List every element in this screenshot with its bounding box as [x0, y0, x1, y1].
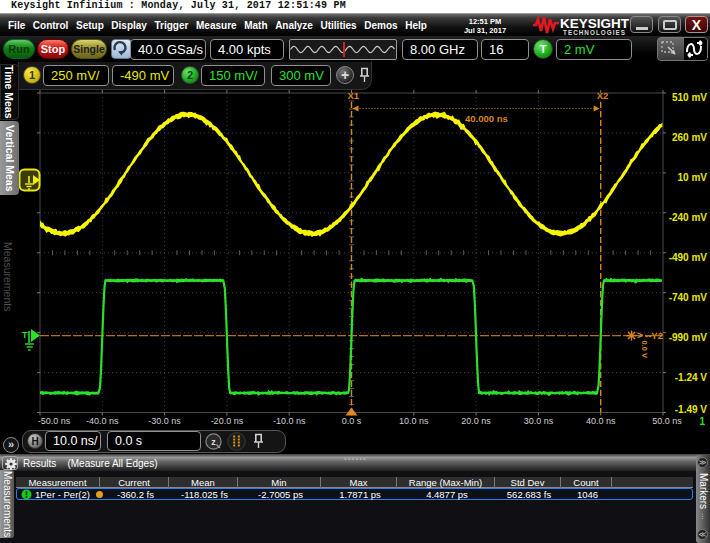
svg-text:-30.0 ns: -30.0 ns [148, 416, 181, 426]
svg-text:10.0 ns: 10.0 ns [399, 416, 429, 426]
svg-text:260 mV: 260 mV [672, 132, 707, 143]
svg-text:10 mV: 10 mV [678, 172, 708, 183]
svg-text:30.0 ns: 30.0 ns [524, 416, 554, 426]
svg-text:-490 mV: -490 mV [669, 252, 708, 263]
svg-text:>: > [637, 330, 643, 341]
svg-text:-740 mV: -740 mV [669, 292, 708, 303]
svg-text:-990 mV: -990 mV [669, 332, 708, 343]
svg-text:0.0 V: 0.0 V [640, 341, 649, 359]
svg-text:510 mV: 510 mV [672, 92, 707, 103]
svg-text:20.0 ns: 20.0 ns [461, 416, 491, 426]
svg-text:-50.0 ns: -50.0 ns [38, 416, 71, 426]
svg-text:0.0 s: 0.0 s [342, 416, 362, 426]
svg-text:X2: X2 [597, 90, 609, 101]
svg-text:T: T [22, 330, 28, 340]
svg-text:50.0 ns: 50.0 ns [652, 416, 682, 426]
svg-text:-1.24 V: -1.24 V [675, 372, 708, 383]
svg-text:-20.0 ns: -20.0 ns [211, 416, 244, 426]
svg-text:40.0 ns: 40.0 ns [586, 416, 616, 426]
svg-text:-40.0 ns: -40.0 ns [86, 416, 119, 426]
svg-text:z: z [211, 437, 216, 447]
svg-text:1: 1 [699, 416, 705, 427]
svg-text:-240 mV: -240 mV [669, 212, 708, 223]
svg-text:--Y2: --Y2 [645, 330, 663, 341]
svg-text:X1: X1 [348, 90, 360, 101]
svg-text:-10.0 ns: -10.0 ns [273, 416, 306, 426]
svg-text:-1.49 V: -1.49 V [675, 404, 708, 415]
svg-text:40.000 ns: 40.000 ns [465, 113, 508, 124]
